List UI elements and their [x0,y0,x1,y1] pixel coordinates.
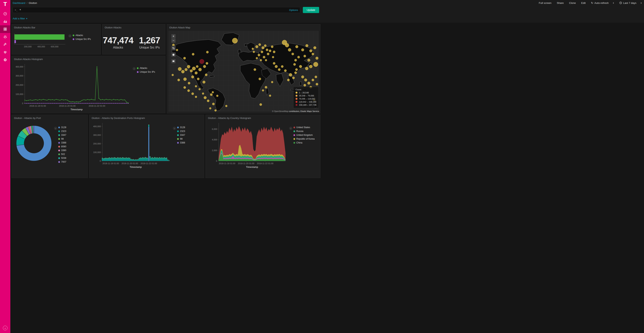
legend-toggle-icon[interactable]: › [68,34,72,38]
panel-glutton-attacks-by-destination-ports: Glutton - Attacks by Destination Ports H… [89,115,204,167]
metric-label: Unique Src IPs [139,46,160,49]
legend-item: 39,548 – 79,095 [296,95,316,97]
sidebar-item-management[interactable] [0,56,10,64]
legend-item[interactable]: Unique Src IPs [73,38,91,41]
sidebar-item-discover[interactable] [0,10,10,18]
legend-label: 502 [61,153,65,156]
panel-title: Glutton Attack Map [167,24,320,29]
breadcrumb-current: Glutton [29,2,37,5]
svg-text:Timestamp: Timestamp [70,108,82,111]
polygon-tool-button[interactable] [171,52,176,57]
dashboard-icon [3,27,7,31]
brand-logo: T [4,1,7,7]
legend-toggle-icon[interactable]: › [173,127,176,130]
legend-item[interactable]: 502 [58,153,66,156]
svg-text:2018-11-18 01:00: 2018-11-18 01:00 [219,162,235,165]
legend-item[interactable]: 3388 [58,141,66,144]
map-zoom-in-button[interactable]: + [171,34,176,39]
openstreetmap-link[interactable]: © OpenStreetMap [272,110,288,112]
legend-item[interactable]: Attacks [73,34,91,37]
breadcrumb-separator: / [27,2,28,5]
legend-toggle-icon[interactable]: › [289,127,292,130]
legend-label: 3388 [61,141,66,144]
svg-text:2018-11-22 01:00: 2018-11-22 01:00 [257,162,273,165]
svg-text:4,000: 4,000 [212,139,217,141]
legend-item[interactable]: 8080 [58,145,66,148]
attacks-histogram-chart[interactable]: 0100,000200,000300,000400,0002018-11-18 … [13,62,131,112]
bug-icon [3,35,7,39]
sidebar-item-apm[interactable] [0,33,10,41]
terminal-prompt-icon: >_ [15,9,18,11]
legend-item[interactable]: 7007 [58,161,66,163]
legend-item[interactable]: Unique Src IPs [137,71,155,73]
sidebar-item-devtools[interactable] [0,41,10,48]
legend-toggle-icon[interactable]: › [133,67,136,70]
svg-text:2018-11-22 01:00: 2018-11-22 01:00 [89,105,105,107]
svg-text:400,000: 400,000 [93,125,101,128]
update-button[interactable]: Update [303,7,319,13]
panel-title: Glutton Attacks Bar [12,24,100,29]
legend-item[interactable]: United States [294,126,314,129]
legend-dot [177,127,179,128]
legend-item[interactable]: 3390 [58,149,66,152]
legend-dot [73,38,74,40]
rectangle-icon [172,60,175,63]
legend-item[interactable]: United Kingdom [294,134,314,136]
legend-item[interactable]: 5038 [58,157,66,159]
legend-label: Unique Src IPs [140,71,155,73]
sidebar-item-monitoring[interactable] [0,48,10,56]
legend-dot [58,134,60,136]
metric-group: 747,474 Attacks 1,267 Unique Src IPs [102,30,165,54]
legend-label: 3347 [180,134,185,136]
query-bar: >_ * Options Update [10,6,322,14]
map-zoom-out-button[interactable]: − [171,38,176,43]
svg-text:200,000: 200,000 [93,143,101,145]
breadcrumb-dashboard-link[interactable]: Dashboard [13,2,25,5]
plus-icon: + [26,17,28,20]
panel-title: Glutton - Attacks by Country Histogram [206,115,320,120]
legend-item[interactable]: 3347 [177,134,185,136]
legend-item[interactable]: 98 [177,138,185,140]
legend-dot [294,138,295,140]
legend-label: 98 [61,138,64,140]
crop-tool-button[interactable] [171,46,176,51]
query-input[interactable]: >_ * Options [13,7,300,13]
svg-text:2018-11-22 01:00: 2018-11-22 01:00 [140,162,157,165]
attacks-by-port-donut[interactable] [16,125,52,161]
heartbeat-icon [3,50,7,54]
country-histogram-chart[interactable]: 02,0004,0006,0002018-11-18 01:002018-11-… [207,121,288,167]
svg-text:6,000: 6,000 [212,128,217,130]
rectangle-tool-button[interactable] [171,59,176,64]
legend-item[interactable]: 2323 [58,130,66,133]
legend-label: 5038 [61,157,66,159]
legend-item[interactable]: 98 [58,138,66,140]
svg-text:2,000: 2,000 [212,149,217,152]
panel-title: Glutton - Attacks by Destination Ports H… [89,115,204,120]
legend-item[interactable]: 3128 [177,126,185,129]
sidebar-item-visualize[interactable] [0,18,10,25]
add-filter-link[interactable]: Add a filter+ [13,17,28,20]
legend-item[interactable]: 3347 [58,134,66,136]
legend-item[interactable]: 2323 [177,130,185,133]
attacks-bar-chart[interactable]: 200,000400,000600,000 [13,31,67,51]
legend-dot [294,142,295,144]
svg-text:Timestamp: Timestamp [130,166,142,167]
dest-ports-histogram-chart[interactable]: 0100,000200,000300,000400,0002018-11-18 … [90,121,172,167]
legend-dot [58,161,60,163]
legend-label: 8080 [61,145,66,148]
sidebar-item-dashboard[interactable] [0,25,10,33]
svg-text:0: 0 [100,160,101,162]
legend-item[interactable]: Attacks [137,67,155,70]
metric-value: 747,474 [103,35,133,46]
query-options-link[interactable]: Options [289,9,298,12]
legend-label: 3390 [61,149,66,152]
legend-item[interactable]: 3388 [177,141,185,144]
chart-legend: United StatesRussiaUnited KingdomRepubli… [294,126,314,145]
legend-item[interactable]: Russia [294,130,314,133]
legend-item[interactable]: 3128 [58,126,66,129]
legend-item: 79,095 – 118,642 [296,98,316,100]
legend-item[interactable]: China [294,141,314,144]
legend-item[interactable]: Republic of Korea [294,138,314,140]
legend-item: 158,189 – 197,736 [296,104,316,106]
legend-toggle-icon[interactable]: › [54,127,57,130]
